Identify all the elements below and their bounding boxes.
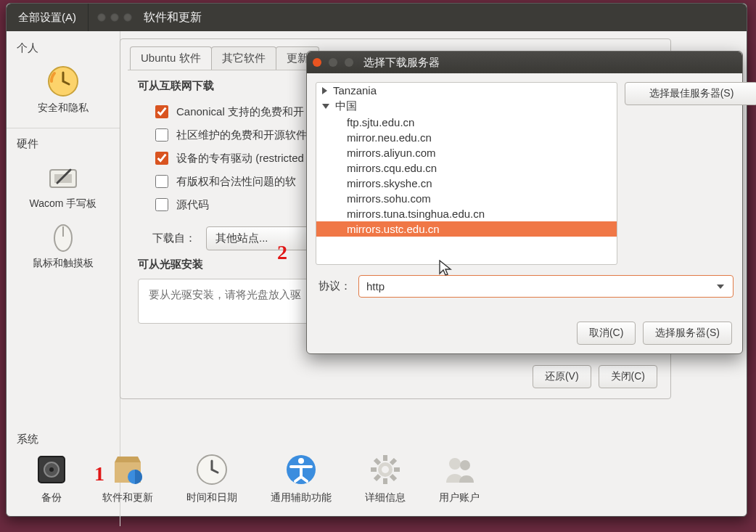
tree-group-expanded[interactable]: 中国 <box>316 98 617 115</box>
svg-line-18 <box>375 459 379 464</box>
sidebar-item-security[interactable]: 安全和隐私 <box>7 60 120 119</box>
tree-server-item[interactable]: mirror.neu.edu.cn <box>316 130 617 145</box>
revert-button[interactable]: 还原(V) <box>533 365 591 388</box>
svg-point-12 <box>298 458 304 464</box>
tab-ubuntu-software[interactable]: Ubuntu 软件 <box>130 46 212 70</box>
annotation-1: 1 <box>94 462 104 486</box>
tree-group-collapsed[interactable]: Tanzania <box>316 83 617 98</box>
system-item-label: 通用辅助功能 <box>271 491 332 504</box>
system-item-details[interactable]: 详细信息 <box>365 452 406 504</box>
tree-server-item[interactable]: mirrors.aliyun.com <box>316 145 617 160</box>
dialog-body: Tanzania 中国 ftp.sjtu.edu.cn mirror.neu.e… <box>307 73 742 274</box>
clock-icon <box>194 452 229 487</box>
tab-other-software[interactable]: 其它软件 <box>211 46 276 70</box>
system-item-label: 时间和日期 <box>186 491 237 504</box>
window-min-icon[interactable] <box>110 13 119 22</box>
system-item-accessibility[interactable]: 通用辅助功能 <box>271 452 332 504</box>
sidebar-divider <box>7 128 120 128</box>
protocol-row: 协议： http <box>307 274 742 298</box>
system-item-label: 软件和更新 <box>102 491 153 504</box>
safe-icon <box>34 452 69 487</box>
package-globe-icon <box>110 452 145 487</box>
choose-server-button[interactable]: 选择服务器(S) <box>643 322 732 345</box>
svg-line-21 <box>375 475 379 480</box>
window-controls <box>97 13 132 22</box>
tree-server-item-selected[interactable]: mirrors.ustc.edu.cn <box>316 221 617 237</box>
cd-hint-text: 要从光驱安装，请将光盘放入驱 <box>149 288 301 300</box>
svg-point-7 <box>49 467 54 472</box>
system-icons-row: 备份 软件和更新 时间和日期 通用辅助功能 <box>17 452 736 504</box>
titlebar-right: 软件和更新 <box>89 4 202 31</box>
svg-point-23 <box>449 458 461 470</box>
download-from-label: 下载自： <box>152 232 196 245</box>
checkbox-source[interactable] <box>155 198 168 211</box>
gear-icon <box>368 452 403 487</box>
system-item-users[interactable]: 用户账户 <box>439 452 480 504</box>
sidebar-item-label: 安全和隐私 <box>11 102 115 115</box>
tree-server-item[interactable]: mirrors.cqu.edu.cn <box>316 160 617 176</box>
dialog-min-icon[interactable] <box>329 58 337 67</box>
download-from-value: 其他站点... <box>215 232 268 245</box>
svg-point-22 <box>382 466 389 473</box>
sidebar-item-label: Wacom 手写板 <box>11 197 115 210</box>
sidebar-item-wacom[interactable]: Wacom 手写板 <box>7 155 120 215</box>
close-button[interactable]: 关闭(C) <box>599 365 657 388</box>
system-item-label: 用户账户 <box>439 491 480 504</box>
settings-titlebar: 全部设置(A) 软件和更新 <box>7 4 747 31</box>
dialog-bottom-buttons: 取消(C) 选择服务器(S) <box>577 322 732 345</box>
tree-server-item[interactable]: mirrors.sohu.com <box>316 191 617 206</box>
annotation-2: 2 <box>277 241 287 264</box>
mouse-icon <box>46 219 81 254</box>
tree-group-label: Tanzania <box>333 84 377 97</box>
checkbox-community[interactable] <box>155 128 168 142</box>
clock-arrow-icon <box>46 64 81 99</box>
window-title: 软件和更新 <box>144 10 202 25</box>
mouse-cursor-icon <box>439 260 452 276</box>
svg-point-24 <box>460 460 470 470</box>
dialog-titlebar: 选择下载服务器 <box>307 52 742 73</box>
checkbox-restricted[interactable] <box>155 152 168 165</box>
system-item-label: 详细信息 <box>365 491 406 504</box>
server-tree[interactable]: Tanzania 中国 ftp.sjtu.edu.cn mirror.neu.e… <box>316 82 617 265</box>
protocol-value: http <box>366 280 385 292</box>
option-label: Canonical 支持的免费和开 <box>176 105 304 119</box>
protocol-combo[interactable]: http <box>358 275 734 298</box>
svg-line-20 <box>391 459 395 464</box>
dialog-close-icon[interactable] <box>313 58 321 67</box>
system-item-backup[interactable]: 备份 <box>34 452 69 504</box>
window-close-icon[interactable] <box>97 13 106 22</box>
system-item-label: 备份 <box>34 491 69 504</box>
wacom-tablet-icon <box>46 160 81 195</box>
system-section: 系统 备份 软件和更新 时间和日期 <box>17 433 736 504</box>
system-item-datetime[interactable]: 时间和日期 <box>186 452 237 504</box>
all-settings-button[interactable]: 全部设置(A) <box>7 4 89 31</box>
sidebar-item-mouse[interactable]: 鼠标和触摸板 <box>7 215 120 274</box>
dialog-max-icon[interactable] <box>345 58 353 67</box>
dialog-title: 选择下载服务器 <box>363 56 440 70</box>
tree-server-item[interactable]: mirrors.skyshe.cn <box>316 176 617 191</box>
protocol-label: 协议： <box>319 279 351 293</box>
tree-server-item[interactable]: ftp.sjtu.edu.cn <box>316 115 617 130</box>
checkbox-canonical[interactable] <box>155 105 168 118</box>
best-server-button[interactable]: 选择最佳服务器(S) <box>625 82 756 105</box>
option-label: 社区维护的免费和开源软件 <box>176 128 307 142</box>
svg-line-19 <box>391 475 395 480</box>
option-label: 源代码 <box>176 198 209 212</box>
window-max-icon[interactable] <box>123 13 132 22</box>
dialog-side-buttons: 选择最佳服务器(S) <box>625 82 734 265</box>
tree-group-label: 中国 <box>335 99 357 113</box>
sidebar-item-label: 鼠标和触摸板 <box>11 257 115 270</box>
option-label: 有版权和合法性问题的软 <box>176 175 296 189</box>
choose-download-server-dialog: 选择下载服务器 Tanzania 中国 ftp.sjtu.edu.cn mirr… <box>306 51 743 354</box>
users-icon <box>442 452 477 487</box>
tree-server-item[interactable]: mirrors.tuna.tsinghua.edu.cn <box>316 206 617 221</box>
system-section-label: 系统 <box>17 433 736 446</box>
checkbox-multiverse[interactable] <box>155 175 168 188</box>
software-dialog-buttons: 还原(V) 关闭(C) <box>533 365 657 388</box>
cancel-button[interactable]: 取消(C) <box>577 322 636 345</box>
option-label: 设备的专有驱动 (restricted <box>176 152 304 165</box>
system-item-software[interactable]: 软件和更新 <box>102 452 153 504</box>
sidebar-personal-label: 个人 <box>7 41 120 60</box>
sidebar-hardware-label: 硬件 <box>7 137 120 155</box>
accessibility-icon <box>284 452 319 487</box>
